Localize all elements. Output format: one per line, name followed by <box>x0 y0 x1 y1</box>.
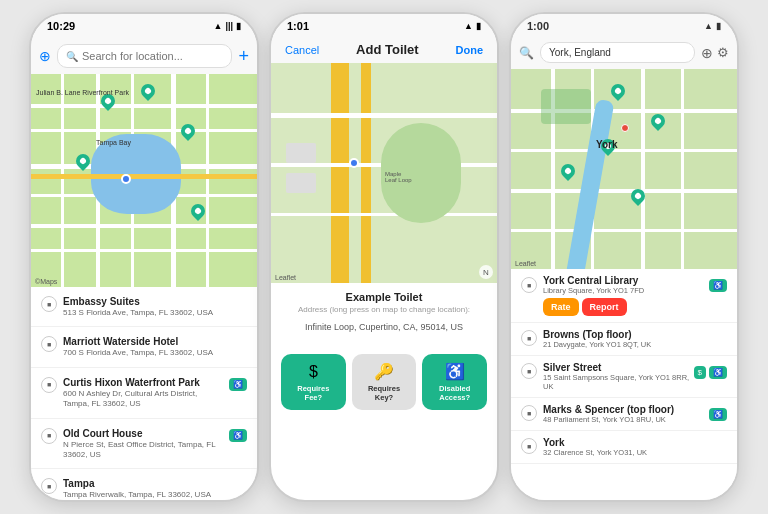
feature-buttons: $ RequiresFee? 🔑 RequiresKey? ♿ Disabled… <box>271 348 497 420</box>
map-pin[interactable] <box>138 81 158 101</box>
status-bar-2: 1:01 ▲ ▮ <box>271 14 497 34</box>
accessible-icon: ♿ <box>445 362 465 381</box>
building <box>286 173 316 193</box>
list-item[interactable]: ■ Tampa Tampa Riverwalk, Tampa, FL 33602… <box>31 469 257 500</box>
phone-1: 10:29 ▲ ||| ▮ ⊕ 🔍 + <box>29 12 259 502</box>
map-pin-3[interactable] <box>648 111 668 131</box>
search-input-3[interactable] <box>549 47 686 58</box>
red-pin[interactable] <box>621 124 629 132</box>
rate-button[interactable]: Rate <box>543 298 579 316</box>
list-item-icon: ■ <box>41 296 57 312</box>
map-attribution-3: Leaflet <box>515 260 536 267</box>
example-address-hint: Address (long press on map to change loc… <box>281 305 487 314</box>
list-item[interactable]: ■ Marriott Waterside Hotel 700 S Florida… <box>31 327 257 367</box>
item-title: York Central Library <box>543 275 644 286</box>
item-subtitle: 21 Davygate, York YO1 8QT, UK <box>543 340 651 349</box>
requires-key-button[interactable]: 🔑 RequiresKey? <box>352 354 417 410</box>
add-icon-3[interactable]: ⊕ <box>701 45 713 61</box>
dollar-icon: $ <box>309 363 318 381</box>
battery-icon-2: ▮ <box>476 21 481 31</box>
road <box>31 224 257 228</box>
list-item-title: Curtis Hixon Waterfront Park <box>63 376 225 389</box>
list-item-3[interactable]: ■ Marks & Spencer (top floor) 48 Parliam… <box>511 398 737 431</box>
park-label: MapleLeaf Loop <box>385 171 412 183</box>
signal-icon: ||| <box>225 21 233 31</box>
cancel-button[interactable]: Cancel <box>285 44 319 56</box>
status-time-1: 10:29 <box>47 20 75 32</box>
map-pin[interactable] <box>188 201 208 221</box>
wifi-icon-2: ▲ <box>464 21 473 31</box>
list-item-3[interactable]: ■ Silver Street 15 Saint Sampsons Square… <box>511 356 737 398</box>
map-pin-3[interactable] <box>608 81 628 101</box>
search-bar-3[interactable] <box>540 42 695 63</box>
road <box>511 189 737 193</box>
list-icon: ■ <box>521 330 537 346</box>
list-area-3[interactable]: ■ York Central Library Library Square, Y… <box>511 269 737 500</box>
accessible-badge: ♿ <box>229 429 247 442</box>
accessible-badge: ♿ <box>229 378 247 391</box>
status-bar-3: 1:00 ▲ ▮ <box>511 14 737 34</box>
list-item-title: Tampa <box>63 477 211 490</box>
map-label: Julian B. Lane Riverfront Park <box>36 89 129 96</box>
wifi-icon: ▲ <box>214 21 223 31</box>
accessible-badge-3: ♿ <box>709 408 727 421</box>
list-item-subtitle: Tampa Riverwalk, Tampa, FL 33602, USA <box>63 490 211 500</box>
road <box>271 213 497 216</box>
map-pin[interactable] <box>178 121 198 141</box>
item-title: Browns (Top floor) <box>543 329 651 340</box>
list-item-icon: ■ <box>41 478 57 494</box>
item-subtitle: 32 Clarence St, York YO31, UK <box>543 448 647 457</box>
settings-icon-3[interactable]: ⚙ <box>717 45 729 61</box>
search-icon-3: 🔍 <box>519 46 534 60</box>
map-2[interactable]: MapleLeaf Loop N Leaflet <box>271 63 497 283</box>
disabled-access-button[interactable]: ♿ DisabledAccess? <box>422 354 487 410</box>
road-vertical <box>361 63 371 283</box>
list-item-icon: ■ <box>41 336 57 352</box>
done-button[interactable]: Done <box>456 44 484 56</box>
search-icon-1: 🔍 <box>66 51 78 62</box>
road <box>641 69 645 269</box>
list-item-subtitle: 600 N Ashley Dr, Cultural Arts District,… <box>63 389 225 410</box>
road <box>511 229 737 232</box>
status-time-3: 1:00 <box>527 20 549 32</box>
add-button-1[interactable]: + <box>238 46 249 67</box>
list-item-icon: ■ <box>41 428 57 444</box>
list-item-3[interactable]: ■ Browns (Top floor) 21 Davygate, York Y… <box>511 323 737 356</box>
list-item-title: Old Court House <box>63 427 225 440</box>
accessible-badge-3: ♿ <box>709 366 727 379</box>
battery-icon: ▮ <box>236 21 241 31</box>
list-area-1[interactable]: ■ Embassy Suites 513 S Florida Ave, Tamp… <box>31 287 257 500</box>
map-label: Tampa Bay <box>96 139 131 146</box>
list-item-3[interactable]: ■ York 32 Clarence St, York YO31, UK <box>511 431 737 464</box>
map-1[interactable]: Julian B. Lane Riverfront Park Tampa Bay… <box>31 74 257 287</box>
list-item[interactable]: ■ Old Court House N Pierce St, East Offi… <box>31 419 257 470</box>
report-button[interactable]: Report <box>582 298 627 316</box>
road <box>31 104 257 108</box>
requires-fee-button[interactable]: $ RequiresFee? <box>281 354 346 410</box>
key-icon: 🔑 <box>374 362 394 381</box>
list-item-subtitle: N Pierce St, East Office District, Tampa… <box>63 440 225 461</box>
list-item[interactable]: ■ Curtis Hixon Waterfront Park 600 N Ash… <box>31 368 257 419</box>
road <box>511 149 737 152</box>
map-3[interactable]: York Leaflet <box>511 69 737 269</box>
status-icons-3: ▲ ▮ <box>704 21 721 31</box>
search-bar-1[interactable]: 🔍 <box>57 44 232 68</box>
road-vertical-yellow <box>331 63 349 283</box>
phone-3: 1:00 ▲ ▮ 🔍 ⊕ ⚙ <box>509 12 739 502</box>
item-title: Marks & Spencer (top floor) <box>543 404 674 415</box>
list-item-3[interactable]: ■ York Central Library Library Square, Y… <box>511 269 737 323</box>
fee-badge: $ <box>694 366 706 379</box>
search-input-1[interactable] <box>82 50 223 62</box>
list-item[interactable]: ■ Embassy Suites 513 S Florida Ave, Tamp… <box>31 287 257 327</box>
status-time-2: 1:01 <box>287 20 309 32</box>
road <box>31 249 257 252</box>
compass: N <box>479 265 493 279</box>
item-badges: ♿ <box>709 277 727 292</box>
list-icon: ■ <box>521 277 537 293</box>
park-area-3 <box>541 89 591 124</box>
road <box>31 129 257 132</box>
list-item-icon: ■ <box>41 377 57 393</box>
map-pin-3[interactable] <box>558 161 578 181</box>
city-label: York <box>596 139 618 150</box>
river <box>566 99 615 269</box>
